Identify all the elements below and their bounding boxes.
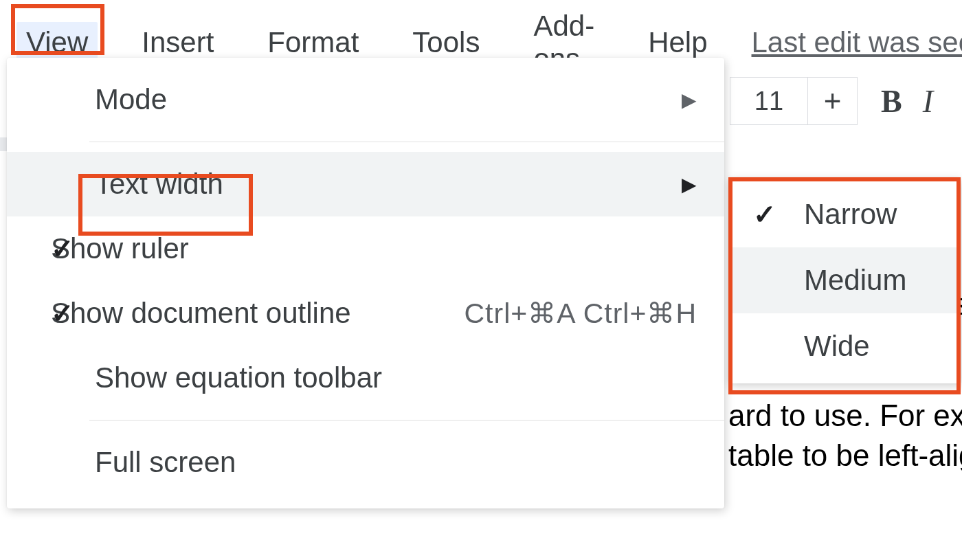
bold-button[interactable]: B [881,83,902,120]
doc-text-line: table to be left-alig [728,434,962,477]
chevron-right-icon: ▶ [682,173,697,196]
menu-item-label: Mode [95,83,682,116]
menu-item-full-screen[interactable]: Full screen [7,430,724,495]
submenu-item-label: Wide [804,330,870,363]
menu-item-label: Show equation toolbar [95,361,697,394]
chevron-right-icon: ▶ [682,89,697,111]
check-icon: ✓ [753,199,776,230]
menu-tools[interactable]: Tools [403,22,489,63]
submenu-item-wide[interactable]: Wide [728,313,961,379]
menu-item-show-outline[interactable]: ✓ Show document outline Ctrl+⌘A Ctrl+⌘H [7,281,724,346]
font-size-input[interactable]: 11 [730,77,808,125]
menu-item-mode[interactable]: Mode ▶ [7,67,724,132]
menu-divider [89,420,724,421]
menu-insert[interactable]: Insert [132,22,223,63]
menu-item-label: Text width [95,168,682,201]
menu-help[interactable]: Help [638,22,717,63]
font-size-increase-button[interactable]: + [808,77,858,125]
toolbar-fragment: 11 + B I [730,77,933,125]
menu-item-label: Show document outline [51,297,465,330]
submenu-item-label: Narrow [804,198,897,231]
menu-item-show-equation-toolbar[interactable]: Show equation toolbar [7,346,724,410]
italic-button[interactable]: I [923,83,933,120]
submenu-item-label: Medium [804,264,906,297]
doc-text-line: ard to use. For exa [728,394,962,437]
menu-item-label: Show ruler [51,232,697,265]
menu-item-text-width[interactable]: Text width ▶ [7,152,724,216]
menu-item-label: Full screen [95,446,697,479]
submenu-item-narrow[interactable]: ✓ Narrow [728,181,961,247]
view-dropdown: Mode ▶ Text width ▶ ✓ Show ruler ✓ Show … [7,58,724,508]
text-width-submenu: ✓ Narrow Medium Wide [728,177,961,383]
ruler-fragment [0,137,7,151]
check-icon: ✓ [51,233,74,265]
check-icon: ✓ [51,298,74,329]
menu-view[interactable]: View [16,22,98,63]
menu-item-show-ruler[interactable]: ✓ Show ruler [7,216,724,281]
submenu-item-medium[interactable]: Medium [728,247,961,313]
last-edit-link[interactable]: Last edit was seconds [752,26,962,59]
menu-format[interactable]: Format [258,22,368,63]
menu-divider [89,142,724,142]
menu-item-shortcut: Ctrl+⌘A Ctrl+⌘H [465,297,697,330]
